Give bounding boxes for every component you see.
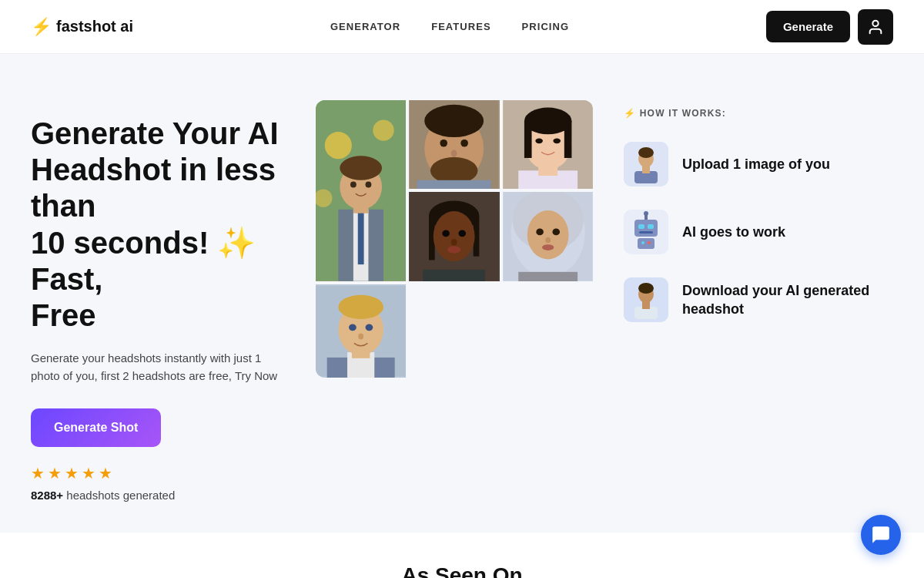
star-1: ★	[31, 464, 45, 482]
svg-point-36	[545, 237, 551, 244]
hiw-step-1-text: Upload 1 image of you	[682, 155, 830, 173]
download-person-svg	[624, 277, 668, 322]
svg-point-44	[338, 294, 383, 318]
logo[interactable]: ⚡ fastshot ai	[31, 17, 133, 37]
svg-rect-20	[417, 180, 491, 190]
svg-point-54	[459, 230, 467, 237]
svg-point-46	[366, 324, 373, 331]
svg-rect-70	[638, 238, 654, 249]
person-svg-6	[409, 192, 499, 281]
nav-links: GENERATOR FEATURES PRICING	[330, 21, 569, 32]
chat-button[interactable]	[861, 515, 901, 555]
svg-point-37	[542, 245, 554, 251]
person-svg-1	[316, 100, 406, 281]
hero-left: Generate Your AI Headshot in less than 1…	[31, 100, 293, 502]
generate-shot-button[interactable]: Generate Shot	[31, 408, 161, 447]
as-seen-on-title: As Seen On	[31, 563, 893, 578]
svg-point-56	[447, 246, 460, 254]
svg-point-60	[638, 147, 654, 158]
star-4: ★	[82, 464, 95, 482]
hero-title: Generate Your AI Headshot in less than 1…	[31, 116, 293, 334]
as-seen-on-section: As Seen On	[0, 533, 924, 578]
stats-label: headshots generated	[63, 489, 175, 502]
photo-cell-6	[409, 192, 499, 281]
upload-person-svg	[624, 142, 668, 187]
user-icon	[867, 18, 884, 35]
svg-point-52	[434, 211, 475, 261]
photo-cell-2	[409, 100, 499, 189]
hero-photo-grid	[316, 100, 601, 378]
hiw-step-ai: AI goes to work	[624, 210, 893, 254]
nav-features[interactable]: FEATURES	[431, 21, 490, 32]
svg-point-65	[644, 211, 648, 216]
svg-rect-68	[648, 224, 654, 229]
hiw-step-download: Download your AI generated headshot	[624, 277, 893, 322]
svg-point-29	[553, 138, 561, 143]
svg-rect-69	[639, 231, 653, 234]
user-account-button[interactable]	[858, 9, 893, 45]
stats-text: 8288+ headshots generated	[31, 489, 293, 502]
hero-section: Generate Your AI Headshot in less than 1…	[0, 54, 924, 533]
svg-point-0	[872, 20, 878, 25]
svg-rect-77	[642, 301, 650, 309]
svg-point-18	[461, 139, 469, 147]
navbar: ⚡ fastshot ai GENERATOR FEATURES PRICING…	[0, 0, 924, 54]
svg-rect-7	[358, 212, 364, 264]
svg-point-17	[440, 139, 448, 147]
svg-point-28	[535, 138, 543, 143]
svg-rect-27	[564, 121, 571, 158]
hiw-step-2-text: AI goes to work	[682, 223, 785, 241]
hiw-label: ⚡ HOW IT WORKS:	[624, 108, 893, 119]
robot-svg	[624, 210, 668, 254]
nav-right: Generate	[766, 9, 893, 45]
hiw-upload-icon	[624, 142, 668, 187]
star-rating: ★ ★ ★ ★ ★	[31, 464, 293, 482]
star-2: ★	[48, 464, 62, 482]
hiw-robot-icon	[624, 210, 668, 254]
logo-lightning-icon: ⚡	[31, 17, 52, 37]
star-3: ★	[65, 464, 79, 482]
svg-point-2	[325, 132, 352, 159]
hiw-step-upload: Upload 1 image of you	[624, 142, 893, 187]
svg-point-15	[425, 105, 484, 137]
svg-point-45	[349, 324, 357, 331]
svg-rect-38	[518, 272, 578, 281]
svg-point-35	[552, 229, 560, 236]
logo-text: fastshot ai	[56, 18, 133, 35]
hero-subtitle: Generate your headshots instantly with j…	[31, 349, 293, 385]
photo-cell-4	[503, 192, 593, 281]
chat-icon	[871, 525, 891, 545]
svg-rect-67	[638, 224, 644, 229]
photo-collage	[316, 100, 593, 378]
svg-point-55	[451, 239, 457, 246]
person-svg-4	[503, 192, 593, 281]
nav-generator[interactable]: GENERATOR	[330, 21, 400, 32]
svg-point-3	[373, 119, 393, 140]
svg-point-10	[340, 156, 382, 180]
svg-point-19	[451, 150, 457, 157]
svg-rect-66	[634, 220, 658, 237]
star-5: ★	[99, 464, 112, 482]
photo-cell-1	[316, 100, 406, 281]
svg-point-72	[648, 241, 651, 244]
how-it-works: ⚡ HOW IT WORKS: Upload 1 image of you	[624, 100, 893, 345]
photo-cell-5	[316, 284, 406, 378]
svg-point-12	[366, 182, 372, 188]
hiw-download-icon	[624, 277, 668, 322]
hiw-step-3-text: Download your AI generated headshot	[682, 281, 893, 319]
person-svg-5	[316, 284, 406, 378]
svg-rect-62	[642, 166, 650, 173]
svg-rect-26	[524, 121, 532, 158]
svg-point-33	[527, 210, 568, 259]
nav-pricing[interactable]: PRICING	[522, 21, 569, 32]
photo-cell-3	[503, 100, 593, 189]
svg-rect-57	[424, 270, 486, 281]
person-svg-2	[409, 100, 499, 189]
svg-point-71	[641, 241, 644, 244]
svg-point-16	[430, 157, 478, 184]
svg-point-34	[536, 229, 544, 236]
svg-point-53	[443, 230, 450, 237]
svg-point-75	[638, 283, 654, 294]
generate-button[interactable]: Generate	[766, 11, 850, 42]
stats-count: 8288+	[31, 489, 63, 502]
